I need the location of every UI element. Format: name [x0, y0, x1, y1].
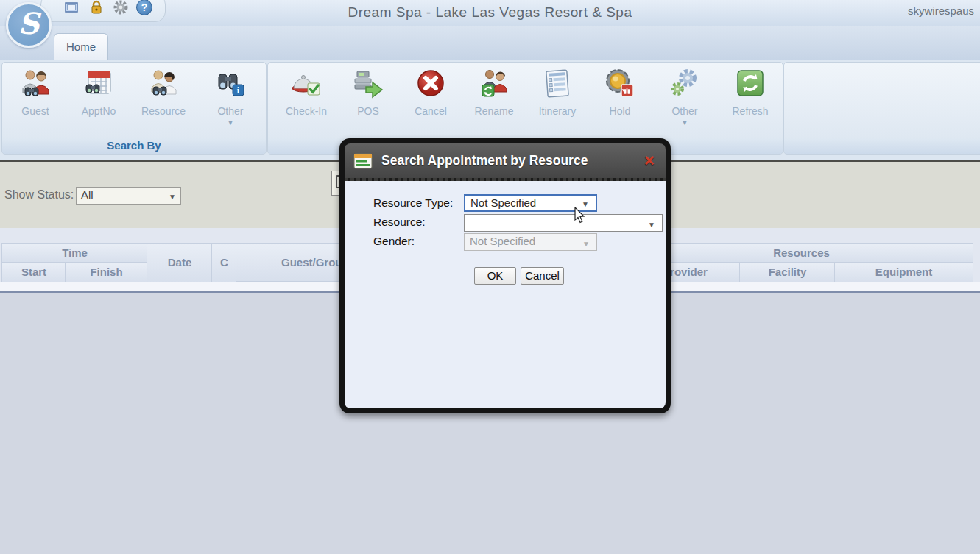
column-equipment[interactable]: Equipment [834, 262, 973, 283]
toolbar-button-label: Rename [463, 105, 525, 117]
resource-search-icon [147, 67, 180, 101]
chevron-down-icon: ▼ [169, 190, 176, 205]
gender-dropdown[interactable]: Not Specified ▼ [464, 233, 597, 251]
show-status-value: All [81, 188, 94, 201]
column-finish[interactable]: Finish [65, 262, 148, 283]
ribbon-group-empty [783, 62, 980, 155]
show-status-label: Show Status: [4, 188, 74, 202]
toolbar-button-label: Itinerary [526, 105, 588, 117]
app-title: Dream Spa - Lake Las Vegas Resort & Spa [0, 4, 980, 21]
resource-type-label: Resource Type: [373, 196, 453, 210]
column-c[interactable]: C [211, 243, 237, 283]
toolbar-button-label: POS [337, 105, 399, 117]
dialog-title: Search Appointment by Resource [381, 153, 644, 168]
cancel-appointment-button[interactable]: Cancel [400, 67, 462, 138]
ribbon-group-search-by: Guest ApptNo [1, 62, 267, 155]
toolbar-button-label: ApptNo [68, 105, 130, 117]
toolbar-button-label: Other [200, 105, 261, 117]
toolbar-button-label: Check-In [275, 105, 337, 117]
column-group-time[interactable]: Time [1, 243, 148, 263]
itinerary-button[interactable]: Itinerary [526, 67, 588, 138]
mouse-cursor [574, 207, 585, 224]
gender-label: Gender: [373, 235, 415, 248]
other-search-icon: i [214, 67, 247, 101]
toolbar-button-label: Guest [4, 105, 66, 117]
apptno-search-icon [82, 67, 116, 101]
search-guest-button[interactable]: Guest [4, 67, 66, 138]
form-icon [353, 153, 373, 169]
toolbar-button-label: Cancel [400, 105, 462, 117]
search-other-button[interactable]: i Other ▼ [200, 67, 261, 138]
toolbar-button-label: Refresh [719, 105, 781, 117]
logged-in-user: skywirespaus [908, 4, 974, 17]
pos-button[interactable]: POS [337, 67, 399, 138]
refresh-button[interactable]: Refresh [719, 67, 781, 138]
dialog-footer-divider [358, 386, 652, 386]
cancel-icon [414, 67, 448, 101]
app-window: ? Dream Spa - Lake Las Vegas Resort & Sp… [0, 0, 980, 554]
show-status-dropdown[interactable]: All ▼ [76, 187, 181, 205]
column-group-resources[interactable]: Resources [630, 243, 973, 263]
check-in-button[interactable]: Check-In [275, 67, 337, 138]
ok-button[interactable]: OK [474, 267, 516, 285]
column-facility[interactable]: Facility [739, 262, 836, 283]
app-logo[interactable]: S [6, 2, 52, 48]
tab-home[interactable]: Home [54, 33, 108, 61]
toolbar-button-label: Hold [589, 105, 651, 117]
toolbar-button-label: Resource [133, 105, 194, 117]
gender-value: Not Specified [470, 235, 535, 247]
checkin-icon [289, 67, 323, 101]
hold-button[interactable]: Hold [589, 67, 651, 138]
pos-icon [351, 67, 385, 101]
ribbon-group-label [784, 138, 980, 154]
search-resource-button[interactable]: Resource [133, 67, 194, 138]
search-by-resource-dialog: Search Appointment by Resource ✕ Resourc… [339, 138, 671, 413]
refresh-icon [733, 67, 767, 101]
itinerary-icon [540, 67, 574, 101]
column-start[interactable]: Start [1, 262, 66, 283]
other-actions-button[interactable]: Other ▼ [654, 67, 716, 138]
chevron-down-icon: ▼ [654, 119, 716, 127]
chevron-down-icon: ▼ [648, 218, 655, 232]
guest-search-icon [18, 67, 52, 101]
rename-icon [477, 67, 511, 101]
dialog-body: Resource Type: Not Specified ▼ Resource:… [345, 181, 666, 408]
toolbar-button-label: Other [654, 105, 716, 117]
resource-type-value: Not Specified [470, 196, 536, 209]
resource-dropdown[interactable]: ▼ [464, 214, 663, 232]
ribbon-group-label: Search By [2, 138, 266, 154]
rename-button[interactable]: Rename [463, 67, 525, 138]
hold-icon [603, 67, 637, 101]
tab-strip: Home [0, 26, 980, 61]
chevron-down-icon: ▼ [200, 119, 261, 127]
cancel-button[interactable]: Cancel [521, 267, 564, 285]
chevron-down-icon: ▼ [582, 237, 590, 252]
close-icon[interactable]: ✕ [644, 152, 655, 169]
resource-label: Resource: [373, 216, 426, 229]
other-gear-icon [668, 67, 702, 101]
search-apptno-button[interactable]: ApptNo [68, 67, 130, 138]
dialog-title-bar[interactable]: Search Appointment by Resource ✕ [345, 143, 666, 178]
top-header-band: ? Dream Spa - Lake Las Vegas Resort & Sp… [0, 0, 980, 26]
column-date[interactable]: Date [147, 243, 213, 283]
